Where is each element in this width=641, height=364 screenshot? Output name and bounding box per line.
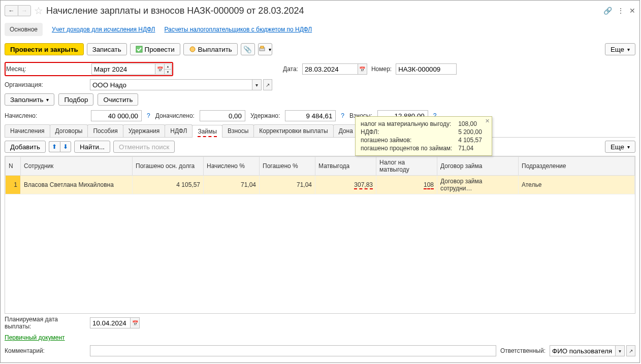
number-input[interactable] bbox=[396, 63, 457, 75]
print-dropdown-button[interactable] bbox=[258, 43, 272, 55]
col-accrued-pct[interactable]: Начислено % bbox=[204, 157, 260, 176]
pay-button[interactable]: Выплатить bbox=[183, 43, 238, 55]
svg-point-1 bbox=[190, 47, 195, 52]
post-button[interactable]: Провести bbox=[130, 43, 180, 55]
table-header-row: N Сотрудник Погашено осн. долга Начислен… bbox=[6, 157, 635, 176]
withheld-help-icon[interactable]: ? bbox=[341, 112, 344, 119]
org-label: Организация: bbox=[5, 81, 86, 88]
additional-value[interactable] bbox=[200, 110, 245, 121]
accrued-help-icon[interactable]: ? bbox=[147, 112, 150, 119]
withheld-label: Удержано: bbox=[250, 112, 280, 119]
withheld-tooltip: ✕ налог на материальную выгоду:108,00 НД… bbox=[355, 116, 492, 156]
col-n[interactable]: N bbox=[6, 157, 21, 176]
org-input[interactable] bbox=[90, 79, 252, 90]
table-more-button[interactable]: Еще bbox=[605, 141, 635, 153]
month-input[interactable] bbox=[91, 63, 155, 75]
number-label: Номер: bbox=[371, 65, 392, 73]
select-button[interactable]: Подбор bbox=[58, 93, 93, 106]
paperclip-icon: 📎 bbox=[243, 46, 252, 53]
comment-input[interactable] bbox=[90, 345, 496, 356]
plan-date-label: Планируемая дата выплаты: bbox=[5, 316, 86, 330]
tab-loans[interactable]: Займы bbox=[192, 125, 222, 138]
col-department[interactable]: Подразделение bbox=[519, 157, 635, 176]
clear-button[interactable]: Очистить bbox=[98, 93, 138, 106]
org-dropdown-icon[interactable]: ▾ bbox=[252, 79, 262, 90]
tab-contracts[interactable]: Договоры bbox=[50, 124, 88, 137]
comment-label: Комментарий: bbox=[5, 347, 86, 354]
window-title: Начисление зарплаты и взносов НАЗК-00000… bbox=[46, 6, 600, 16]
accrued-value[interactable] bbox=[91, 110, 142, 121]
nav-forward-button[interactable]: → bbox=[18, 5, 31, 16]
loans-table-wrap: N Сотрудник Погашено осн. долга Начислен… bbox=[5, 156, 635, 314]
move-up-button[interactable]: ⬆ bbox=[49, 141, 60, 152]
plan-date-input[interactable] bbox=[90, 317, 131, 328]
find-button[interactable]: Найти... bbox=[74, 141, 110, 153]
tab-deductions[interactable]: Удержания bbox=[123, 124, 166, 137]
nav-back-button[interactable]: ← bbox=[5, 5, 18, 16]
tab-ndfl[interactable]: НДФЛ bbox=[165, 124, 193, 137]
withheld-value[interactable] bbox=[285, 110, 336, 121]
form-row-org: Организация: ▾ ↗ bbox=[5, 78, 635, 92]
comment-row: Комментарий: Ответственный: ▾ ↗ bbox=[5, 343, 635, 358]
date-input[interactable] bbox=[302, 63, 358, 75]
responsible-dropdown-icon[interactable]: ▾ bbox=[616, 345, 625, 356]
month-label: Месяц: bbox=[6, 65, 87, 73]
tooltip-close-icon[interactable]: ✕ bbox=[485, 118, 490, 124]
month-spin-up[interactable]: ▲ bbox=[165, 63, 172, 69]
responsible-label: Ответственный: bbox=[500, 347, 546, 354]
attachment-button[interactable]: 📎 bbox=[241, 43, 255, 55]
svg-rect-0 bbox=[136, 46, 142, 52]
plan-date-calendar-icon[interactable]: 📅 bbox=[131, 317, 140, 328]
cancel-find-button[interactable]: Отменить поиск bbox=[113, 141, 175, 153]
tab-contributions[interactable]: Взносы bbox=[222, 124, 254, 137]
form-row-1: Месяц: 📅 ▲ ▼ Дата: 📅 Номер: bbox=[5, 60, 635, 78]
col-matbenefit[interactable]: Матвыгода bbox=[315, 157, 376, 176]
responsible-input[interactable] bbox=[550, 345, 616, 356]
loans-table: N Сотрудник Погашено осн. долга Начислен… bbox=[5, 156, 635, 194]
tab-toolbar: Добавить ⬆ ⬇ Найти... Отменить поиск Еще bbox=[5, 138, 635, 156]
post-and-close-button[interactable]: Провести и закрыть bbox=[5, 43, 84, 55]
accrued-label: Начислено: bbox=[5, 112, 86, 119]
nav-link-income[interactable]: Учет доходов для исчисления НДФЛ bbox=[52, 26, 155, 33]
add-button[interactable]: Добавить bbox=[5, 141, 46, 153]
primary-document-link[interactable]: Первичный документ bbox=[5, 334, 65, 341]
navbar: Основное Учет доходов для исчисления НДФ… bbox=[5, 21, 635, 41]
favorite-star-icon[interactable]: ☆ bbox=[34, 5, 43, 17]
print-icon bbox=[259, 46, 266, 53]
pay-icon bbox=[189, 46, 196, 53]
month-calendar-icon[interactable]: 📅 bbox=[155, 63, 165, 75]
summary-row: Начислено: ? Доначислено: Удержано: ? Вз… bbox=[5, 107, 635, 124]
date-label: Дата: bbox=[283, 65, 298, 73]
table-row[interactable]: 1 Власова Светлана Михайловна 4 105,57 7… bbox=[6, 176, 635, 194]
date-calendar-icon[interactable]: 📅 bbox=[358, 63, 367, 75]
nav-link-budget[interactable]: Расчеты налогоплательщиков с бюджетом по… bbox=[165, 26, 312, 33]
month-spin-down[interactable]: ▼ bbox=[165, 69, 172, 75]
svg-rect-3 bbox=[261, 46, 264, 48]
col-repaid-pct[interactable]: Погашено % bbox=[260, 157, 315, 176]
col-employee[interactable]: Сотрудник bbox=[21, 157, 133, 176]
nav-tab-main[interactable]: Основное bbox=[5, 23, 43, 36]
form-row-fill: Заполнить Подбор Очистить bbox=[5, 92, 635, 107]
responsible-open-icon[interactable]: ↗ bbox=[626, 345, 635, 356]
kebab-menu-icon[interactable]: ⋮ bbox=[617, 7, 624, 15]
org-open-icon[interactable]: ↗ bbox=[263, 79, 272, 90]
move-down-button[interactable]: ⬇ bbox=[60, 141, 71, 152]
tab-benefits[interactable]: Пособия bbox=[87, 124, 123, 137]
fill-button[interactable]: Заполнить bbox=[5, 93, 54, 106]
tab-accruals[interactable]: Начисления bbox=[5, 124, 50, 137]
close-icon[interactable]: ✕ bbox=[629, 7, 635, 15]
additional-label: Доначислено: bbox=[155, 112, 195, 119]
post-icon bbox=[136, 46, 143, 53]
more-button[interactable]: Еще bbox=[605, 43, 635, 55]
col-principal[interactable]: Погашено осн. долга bbox=[133, 157, 204, 176]
planned-date-row: Планируемая дата выплаты: 📅 bbox=[5, 314, 635, 332]
titlebar: ← → ☆ Начисление зарплаты и взносов НАЗК… bbox=[5, 3, 635, 21]
col-tax-matbenefit[interactable]: Налог на матвыгоду bbox=[376, 157, 437, 176]
col-loan-contract[interactable]: Договор займа bbox=[437, 157, 519, 176]
link-icon[interactable]: 🔗 bbox=[603, 7, 612, 15]
tabs-bar: Начисления Договоры Пособия Удержания НД… bbox=[5, 124, 635, 138]
save-button[interactable]: Записать bbox=[87, 43, 127, 55]
tab-corrections[interactable]: Корректировки выплаты bbox=[253, 124, 333, 137]
main-toolbar: Провести и закрыть Записать Провести Вып… bbox=[5, 41, 635, 60]
